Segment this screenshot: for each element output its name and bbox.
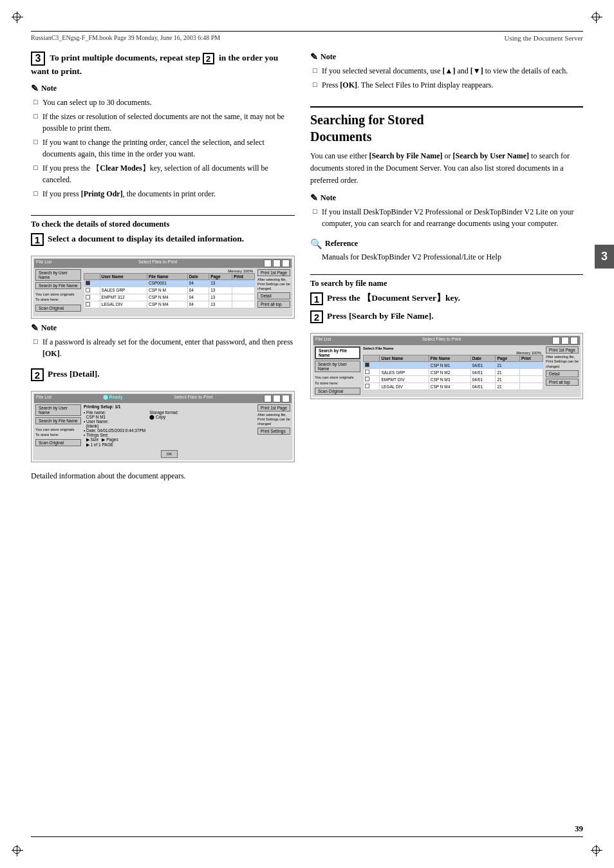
section-body-text: You can use either [Search by File Name]… bbox=[310, 150, 583, 187]
step1-check-number: 1 bbox=[31, 233, 44, 246]
table-row: SALES GRP CSP N M 04 13 bbox=[84, 287, 255, 294]
screen2-left: Search by User Name Search by File Name … bbox=[34, 403, 82, 459]
search-user-btn2[interactable]: Search by User Name bbox=[315, 361, 360, 372]
screen1-table: User Name File Name Date Page Print bbox=[84, 273, 255, 308]
page-number: 39 bbox=[575, 824, 583, 834]
corner-mark-tr bbox=[591, 12, 602, 23]
main-content: 3 To print multiple documents, repeat st… bbox=[31, 52, 583, 816]
right-note1-list: If you selected several documents, use [… bbox=[310, 65, 583, 91]
search-user-btn[interactable]: Search by User Name bbox=[35, 269, 81, 281]
table-row: LEGAL DIV CSP N M4 04 13 bbox=[84, 301, 255, 308]
screen2-side-btns: Print 1st Page After selecting file, Pri… bbox=[256, 403, 292, 459]
check-subsection-header: To check the details of stored documents bbox=[31, 215, 295, 229]
password-note-item: If a password is already set for the doc… bbox=[33, 336, 295, 359]
step1-check-title: Select a document to display its detaile… bbox=[48, 233, 244, 245]
detail-btn-screen1[interactable]: Detail bbox=[257, 292, 290, 299]
reference-text: Manuals for DeskTopBinder V2 Professiona… bbox=[310, 251, 583, 263]
note3-list: You can select up to 30 documents. If th… bbox=[31, 97, 295, 200]
table-row: EMPMT DIV CSP N M3 04/01 21 bbox=[364, 376, 543, 383]
screen3-body: Search by File Name Search by User Name … bbox=[313, 345, 580, 396]
screen3-inner: File List Select Files to Print 0 1 0 Se… bbox=[313, 335, 581, 397]
screen3-box: File List Select Files to Print 0 1 0 Se… bbox=[310, 333, 583, 399]
password-note: ✎ Note If a password is already set for … bbox=[31, 323, 295, 362]
table-row: SALES GRP CSP N M2 04/01 21 bbox=[364, 369, 543, 376]
note3-item-4: If you press the 【Clear Modes】key, selec… bbox=[33, 162, 295, 185]
step1-search-number: 1 bbox=[310, 292, 323, 305]
right-note3-label: ✎ Note bbox=[310, 193, 583, 203]
reference-icon: 🔍 bbox=[310, 238, 322, 250]
screen1-side-btns: Print 1st Page After selecting file, Pri… bbox=[256, 268, 292, 313]
note3-item-2: If the sizes or resolution of selected d… bbox=[33, 111, 295, 134]
note3-item-1: You can select up to 30 documents. bbox=[33, 97, 295, 108]
screen3-table-area: Select File Name Memory 100% User Name F… bbox=[362, 345, 544, 396]
step2-check-row: 2 Press [Detail]. bbox=[31, 368, 295, 383]
printall-btn[interactable]: Print all top bbox=[257, 301, 290, 308]
screen2-body: Search by User Name Search by File Name … bbox=[34, 403, 292, 459]
table-row: EMPMT 312 CSP N M4 04 13 bbox=[84, 294, 255, 301]
right-note3: ✎ Note If you install DeskTopBinder V2 P… bbox=[310, 193, 583, 232]
search-by-filename-header: To search by file name bbox=[310, 274, 583, 288]
right-note3-item1: If you install DeskTopBinder V2 Professi… bbox=[313, 206, 583, 229]
step2-check-title: Press [Detail]. bbox=[48, 368, 100, 381]
step2-search-title: Press [Search by File Name]. bbox=[327, 310, 434, 323]
screen3-counter: 0 1 0 bbox=[552, 337, 578, 344]
corner-mark-br bbox=[591, 845, 602, 856]
screen3-table: User Name File Name Date Page Print bbox=[363, 355, 543, 390]
reference-section: 🔍 Reference Manuals for DeskTopBinder V2… bbox=[310, 238, 583, 263]
page-header: RussianC3_ENgsg-F_FM.book Page 39 Monday… bbox=[31, 31, 583, 42]
table-row: CSP N M1 04/01 21 bbox=[364, 362, 543, 369]
screen3-left: Search by File Name Search by User Name … bbox=[313, 345, 362, 396]
print1st-btn[interactable]: Print 1st Page bbox=[257, 269, 290, 276]
right-note1: ✎ Note If you selected several documents… bbox=[310, 52, 583, 93]
step1-search-row: 1 Press the 【Document Server】key. bbox=[310, 292, 583, 307]
after-select-note: After selecting file, Print Settings can… bbox=[257, 278, 290, 291]
password-note-list: If a password is already set for the doc… bbox=[31, 336, 295, 359]
section-divider bbox=[310, 106, 583, 108]
screen1-left: Search by User Name Search by File Name … bbox=[34, 268, 82, 313]
chapter-tab: 3 bbox=[595, 245, 614, 269]
screen2-inner: File List ⬤ Ready Select Files to Print … bbox=[33, 393, 292, 460]
screen1-table-area: Memory 100% User Name File Name Date Pag… bbox=[82, 268, 256, 313]
screen2-box: File List ⬤ Ready Select Files to Print … bbox=[31, 391, 295, 462]
step3-number: 3 bbox=[31, 52, 45, 66]
screen3-topbar: File List Select Files to Print 0 1 0 bbox=[313, 336, 580, 345]
screen1-counter: 0 1 0 bbox=[264, 259, 290, 267]
note3-item-5: If you press [Printg Odr], the documents… bbox=[33, 188, 295, 200]
right-note3-list: If you install DeskTopBinder V2 Professi… bbox=[310, 206, 583, 229]
step3-title: 3 To print multiple documents, repeat st… bbox=[31, 52, 295, 78]
header-filename: RussianC3_ENgsg-F_FM.book Page 39 Monday… bbox=[31, 34, 220, 41]
screen1-inner: File List Select Files to Print 0 1 0 Se… bbox=[33, 258, 292, 316]
right-column: ✎ Note If you selected several documents… bbox=[310, 52, 583, 816]
page-footer: 39 bbox=[31, 824, 583, 837]
step1-check-row: 1 Select a document to display its detai… bbox=[31, 233, 295, 248]
store-note: You can store originalsTo store here: bbox=[35, 292, 81, 303]
corner-mark-tl bbox=[12, 12, 23, 23]
note3-item-3: If you want to change the printing order… bbox=[33, 137, 295, 160]
step2-search-row: 2 Press [Search by File Name]. bbox=[310, 310, 583, 325]
screen1-body: Search by User Name Search by File Name … bbox=[34, 268, 292, 313]
scan-original-btn[interactable]: Scan Original bbox=[35, 305, 81, 312]
note3-label: ✎ Note bbox=[31, 83, 295, 94]
section-title: Searching for Stored Documents bbox=[310, 111, 583, 145]
step2-check-number: 2 bbox=[31, 368, 44, 381]
table-row: LEGAL DIV CSP N M4 04/01 21 bbox=[364, 383, 543, 390]
left-column: 3 To print multiple documents, repeat st… bbox=[31, 52, 295, 816]
screen1-topbar: File List Select Files to Print 0 1 0 bbox=[34, 259, 292, 268]
screen2-counter: 1 1 0 bbox=[264, 395, 290, 402]
step3-note: ✎ Note You can select up to 30 documents… bbox=[31, 83, 295, 202]
note3-icon: ✎ bbox=[31, 83, 39, 94]
table-row: CSP0001 04 13 bbox=[84, 279, 255, 287]
search-file-btn[interactable]: Search by File Name bbox=[35, 282, 81, 289]
step1-search-title: Press the 【Document Server】key. bbox=[327, 292, 460, 305]
step-ref-2: 2 bbox=[203, 53, 214, 64]
reference-label: 🔍 Reference bbox=[310, 238, 583, 250]
password-note-label: ✎ Note bbox=[31, 323, 295, 334]
search-file-active-btn[interactable]: Search by File Name bbox=[315, 346, 360, 359]
right-note1-label: ✎ Note bbox=[310, 52, 583, 62]
header-section: Using the Document Server bbox=[505, 34, 584, 42]
screen2-detail-area: Printing Setup: 1/1 • File name: CSP N M… bbox=[82, 403, 256, 459]
ok-btn-screen2[interactable]: OK bbox=[161, 450, 178, 458]
right-note1-item1: If you selected several documents, use [… bbox=[313, 65, 583, 77]
screen2-topbar: File List ⬤ Ready Select Files to Print … bbox=[34, 394, 292, 403]
corner-mark-bl bbox=[12, 845, 23, 856]
